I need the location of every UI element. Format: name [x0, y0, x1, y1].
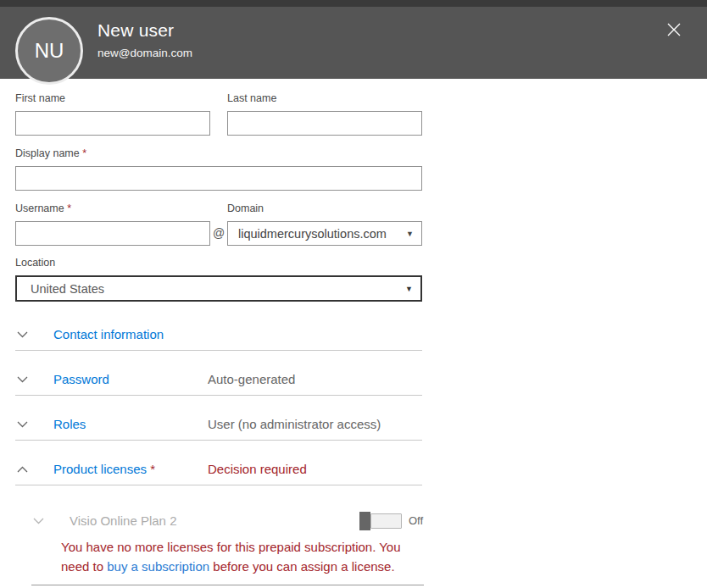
license-item-visio: Visio Online Plan 2 Off — [15, 513, 422, 528]
avatar-initials: NU — [35, 39, 64, 63]
panel-title: New user — [97, 20, 192, 41]
section-contact-information[interactable]: Contact information — [15, 306, 422, 351]
display-name-label: Display name * — [15, 148, 422, 159]
close-icon — [666, 22, 682, 40]
last-name-label: Last name — [227, 93, 422, 104]
username-input[interactable] — [15, 221, 210, 246]
section-label: Contact information — [53, 327, 164, 341]
section-value: Decision required — [208, 462, 307, 476]
required-asterisk: * — [67, 202, 71, 214]
first-name-input[interactable] — [15, 111, 210, 136]
panel-subtitle: new@domain.com — [97, 47, 192, 59]
chevron-down-icon: ▼ — [398, 230, 421, 238]
chevron-down-icon — [17, 376, 37, 383]
required-asterisk: * — [82, 147, 86, 159]
toggle-state-label: Off — [409, 514, 423, 527]
domain-selected-value: liquidmercurysolutions.com — [228, 227, 398, 241]
section-label: Product licenses * — [53, 462, 155, 476]
location-select[interactable]: United States ▼ — [15, 275, 422, 302]
domain-label: Domain — [227, 203, 422, 214]
chevron-down-icon — [17, 331, 37, 338]
at-symbol: @ — [210, 226, 227, 246]
toggle-track — [370, 513, 402, 529]
section-roles[interactable]: Roles User (no administrator access) — [15, 396, 422, 441]
username-label: Username * — [15, 203, 210, 214]
license-warning-message: You have no more licenses for this prepa… — [61, 537, 420, 576]
chevron-down-icon: ▼ — [398, 285, 420, 293]
avatar: NU — [15, 17, 83, 85]
location-label: Location — [15, 258, 422, 269]
header-top-strip — [0, 0, 707, 7]
buy-subscription-link[interactable]: buy a subscription — [107, 559, 209, 574]
section-password[interactable]: Password Auto-generated — [15, 351, 422, 396]
divider — [31, 585, 424, 585]
section-label: Password — [53, 372, 109, 386]
display-name-input[interactable] — [15, 166, 422, 191]
close-button[interactable] — [665, 21, 683, 40]
section-product-licenses[interactable]: Product licenses * Decision required — [15, 441, 422, 485]
chevron-down-icon — [17, 421, 37, 428]
toggle-knob — [359, 512, 370, 530]
license-name: Visio Online Plan 2 — [70, 513, 176, 528]
section-value: User (no administrator access) — [208, 417, 381, 431]
first-name-label: First name — [15, 93, 210, 104]
chevron-down-icon[interactable] — [33, 518, 53, 524]
chevron-up-icon — [17, 466, 37, 473]
panel-header: New user new@domain.com — [0, 0, 707, 79]
license-toggle[interactable]: Off — [359, 512, 423, 530]
required-asterisk: * — [150, 462, 155, 476]
last-name-input[interactable] — [227, 111, 422, 136]
location-selected-value: United States — [17, 282, 398, 296]
new-user-panel: New user new@domain.com NU First name La… — [0, 0, 707, 588]
warning-text: before you can assign a license. — [209, 559, 394, 574]
section-label: Roles — [53, 417, 86, 431]
domain-dropdown[interactable]: liquidmercurysolutions.com ▼ — [227, 221, 422, 246]
section-value: Auto-generated — [208, 372, 295, 386]
